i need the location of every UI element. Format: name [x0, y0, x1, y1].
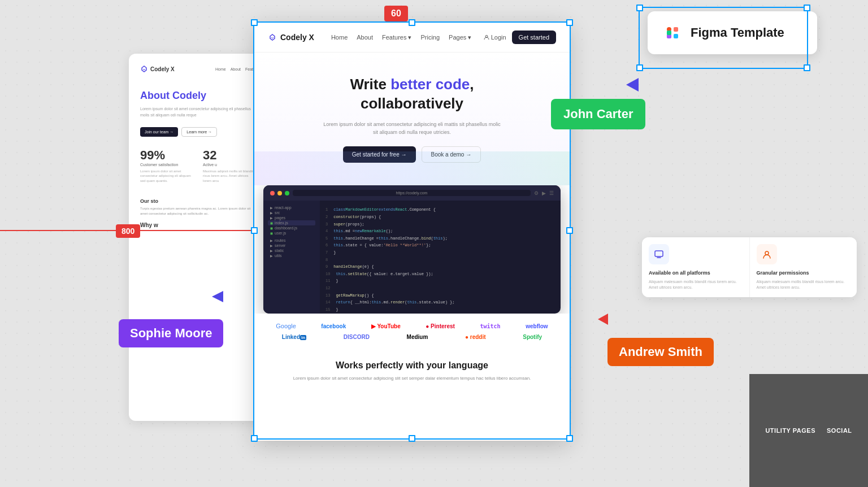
badge-60: 60	[384, 6, 408, 21]
svg-rect-2	[674, 27, 678, 32]
code-line-2: 2 constructor(props) {	[326, 214, 555, 221]
code-line-10: 10 this.setState({ value: e.target.value…	[326, 271, 555, 278]
stats-section: 99% Customer satisfaction Lorem ipsum do…	[140, 148, 253, 228]
learn-more-button[interactable]: Learn more →	[181, 127, 217, 137]
brand-discord: DISCORD	[344, 334, 370, 340]
brand-twitch: twitch	[480, 323, 501, 329]
hero-secondary-button[interactable]: Book a demo →	[422, 146, 481, 163]
svg-rect-5	[667, 31, 671, 35]
code-line-12: 12	[326, 285, 555, 292]
figma-template-title: Figma Template	[691, 25, 784, 40]
left-card-header: Codely X Home About Feat	[140, 65, 253, 73]
stat-active: 32 Active u Maximus adipisit mollis sit …	[203, 148, 253, 190]
hero-buttons: Get started for free → Book a demo →	[268, 146, 556, 163]
nav-features[interactable]: Features ▾	[382, 34, 411, 41]
traffic-light-green	[285, 191, 289, 195]
svg-point-7	[765, 251, 769, 255]
stat-active-desc: Maximus adipisit mollis sit blandit risu…	[203, 169, 253, 183]
main-website-card: Codely X Home About Features ▾ Pricing P…	[254, 23, 570, 441]
nav-pages[interactable]: Pages ▾	[449, 34, 471, 41]
brand-webflow: webflow	[526, 323, 548, 329]
brand-pinterest: ● Pinterest	[426, 323, 455, 329]
feature-platforms: Available on all platforms Aliquam males…	[642, 237, 749, 297]
file-indexjs[interactable]: ◼ index.js	[268, 220, 315, 225]
code-line-1: 1class MarkdownEditor extends React.Comp…	[326, 206, 555, 214]
url-bar: https://codely.com	[293, 190, 531, 196]
file-userjs[interactable]: ◼ user.js	[268, 231, 315, 236]
site-navbar: Codely X Home About Features ▾ Pricing P…	[254, 23, 570, 53]
brands-section: Google facebook ▶ YouTube ● Pinterest tw…	[254, 314, 570, 349]
code-line-13: 13 getRawMarkup() {	[326, 292, 555, 299]
brand-facebook: facebook	[321, 323, 346, 329]
stat-satisfaction-desc: Lorem ipsum dolor sit amet consectetur a…	[140, 169, 194, 183]
cursor-arrow-andrew	[598, 314, 608, 325]
stat-active-label: Active u	[203, 163, 253, 167]
why-we-heading: Why w	[140, 222, 253, 228]
code-line-8: 8	[326, 256, 555, 264]
code-line-7: 7 }	[326, 249, 555, 256]
traffic-light-yellow	[277, 191, 282, 195]
editor-titlebar: https://codely.com ⚙▶☰	[263, 185, 561, 201]
badge-800: 800	[116, 224, 140, 238]
feature-platforms-icon	[649, 244, 669, 264]
figma-template-card: Figma Template	[648, 11, 817, 54]
cursor-arrow-left	[212, 291, 223, 302]
file-utils: ▶ utils	[268, 253, 315, 258]
left-card-nav: Home About Feat	[215, 67, 253, 71]
nav-login-link[interactable]: Login	[484, 34, 506, 41]
hero-primary-button[interactable]: Get started for free →	[343, 146, 416, 163]
nav-get-started-button[interactable]: Get started	[512, 31, 556, 44]
feature-platforms-title: Available on all platforms	[649, 270, 743, 276]
site-logo: Codely X	[268, 33, 314, 42]
traffic-light-red	[270, 191, 275, 195]
file-dashboard[interactable]: ◼ dashboard.js	[268, 225, 315, 231]
nav-pricing[interactable]: Pricing	[420, 34, 440, 41]
features-grid: Available on all platforms Aliquam males…	[642, 237, 857, 297]
stat-satisfaction-value: 99%	[140, 148, 194, 163]
file-routes: ▶ routes	[268, 238, 315, 243]
nav-home[interactable]: Home	[331, 34, 348, 41]
brand-reddit: ● reddit	[465, 334, 486, 340]
code-line-3: 3 super(props);	[326, 221, 555, 228]
code-line-5: 5 this.handleChange = this.handleChange.…	[326, 235, 555, 242]
stats-row: 99% Customer satisfaction Lorem ipsum do…	[140, 148, 253, 190]
brands-row-2: Linkedin DISCORD Medium ● reddit Spotify	[263, 334, 561, 340]
file-pages: ▶ pages	[268, 215, 315, 220]
code-line-15: 15 }	[326, 306, 555, 314]
our-story-text: Turpis egestas pretium aenean pharetra m…	[140, 206, 253, 216]
editor-code-area: 1class MarkdownEditor extends React.Comp…	[320, 201, 561, 314]
svg-rect-4	[674, 34, 678, 38]
code-line-9: 9 handleChange(e) {	[326, 263, 555, 271]
about-heading: About Codely	[140, 90, 253, 102]
brand-google: Google	[276, 323, 296, 329]
file-src: ▶ src	[268, 210, 315, 215]
brand-medium: Medium	[407, 334, 428, 340]
feature-permissions-icon	[757, 244, 777, 264]
our-story-heading: Our sto	[140, 198, 253, 204]
code-line-4: 4 this.md = new Remarkable();	[326, 228, 555, 235]
site-nav-links: Home About Features ▾ Pricing Pages ▾	[331, 34, 471, 41]
brands-row-1: Google facebook ▶ YouTube ● Pinterest tw…	[263, 323, 561, 329]
left-card-buttons[interactable]: Join our team → Learn more →	[140, 127, 253, 137]
left-background-card: Codely X Home About Feat About Codely Lo…	[129, 54, 264, 421]
works-section: Works perfectly with your language Lorem…	[254, 349, 570, 393]
svg-rect-6	[655, 251, 663, 256]
editor-body: ▶ react-app ▶ src ▶ pages ◼ index.js ◼ d…	[263, 201, 561, 314]
site-logo-text: Codely X	[280, 33, 314, 42]
figma-icon	[661, 21, 684, 44]
left-card-logo: Codely X	[140, 65, 175, 73]
brand-youtube: ▶ YouTube	[371, 323, 401, 329]
nav-about[interactable]: About	[357, 34, 373, 41]
works-subtitle: Lorem ipsum dolor sit amet consectetur a…	[268, 375, 556, 382]
works-title: Works perfectly with your language	[268, 360, 556, 371]
stat-satisfaction-label: Customer satisfaction	[140, 163, 194, 167]
join-team-button[interactable]: Join our team →	[140, 127, 178, 137]
badge-sophie-moore: Sophie Moore	[119, 319, 223, 347]
feature-platforms-desc: Aliquam malesuam mollis blandit risus lo…	[649, 279, 743, 290]
hero-section: Write better code, collaboratively Lorem…	[254, 53, 570, 185]
about-description: Lorem ipsum dolor sit amet consectetur a…	[140, 106, 253, 118]
right-features-card: Available on all platforms Aliquam males…	[642, 237, 857, 297]
editor-icons: ⚙▶☰	[534, 190, 554, 196]
feature-permissions: Granular permissions Aliquam malesuam mo…	[750, 237, 857, 297]
feature-permissions-title: Granular permissions	[757, 270, 850, 276]
